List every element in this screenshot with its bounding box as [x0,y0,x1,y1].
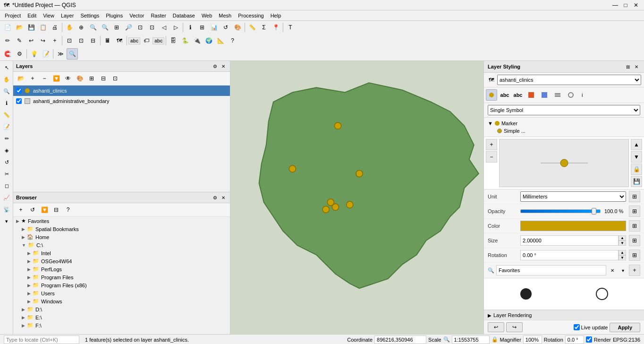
layer-rendering-header[interactable]: ▶ Layer Rendering [484,310,644,320]
browser-intel[interactable]: ▶ 📁 Intel [13,249,230,257]
label-btn[interactable]: T [285,22,296,33]
ls-close-btn[interactable]: ✕ [633,63,640,70]
side-identify-btn[interactable]: ℹ [1,97,12,109]
undo-btn[interactable]: ↩ [25,35,37,46]
browser-progfiles86[interactable]: ▶ 📁 Program Files (x86) [13,281,230,289]
plugin-mgr-btn[interactable]: 🔌 [191,35,203,46]
menu-raster[interactable]: Raster [148,12,169,19]
magnifier-input[interactable] [523,335,542,344]
symbol-tree-marker[interactable]: ▼ Marker [488,120,640,127]
browser-favorites[interactable]: ▶ ★ Favorites [13,217,230,225]
locator-btn[interactable]: 📍 [270,22,281,33]
adv-dig-btn[interactable]: ⚙ [14,48,25,60]
symbol-type-select[interactable]: Single Symbol [488,105,640,115]
open-btn[interactable]: 📂 [14,22,25,33]
side-node-btn[interactable]: ◈ [1,145,12,156]
attr-table-btn[interactable]: ⊞ [196,22,208,33]
side-rotate-btn[interactable]: ↺ [1,156,12,168]
symbol-filled-circle[interactable] [519,287,533,301]
live-update-input[interactable] [574,324,580,330]
clinic-point-5[interactable] [322,206,329,213]
clinic-point-6[interactable] [332,204,339,210]
browser-help-btn[interactable]: ? [62,204,74,215]
help-btn[interactable]: ? [227,35,238,46]
rotation-input[interactable] [520,250,619,260]
render-checkbox[interactable] [586,336,592,343]
live-update-checkbox[interactable]: Live update [574,324,608,330]
size-data-btn[interactable]: ⊞ [629,235,640,246]
coordinate-input[interactable] [374,335,426,344]
zoom-in-btn[interactable]: 🔍 [87,22,99,33]
select-rect-btn[interactable]: ⊡ [76,35,87,46]
browser-refresh-btn[interactable]: ↺ [27,204,38,215]
maximize-button[interactable]: □ [621,1,630,9]
map-tips-btn[interactable]: 💡 [28,48,40,60]
browser-collapse-btn[interactable]: ⊟ [51,204,62,215]
opacity-slider-handle[interactable] [592,208,596,215]
browser-spatial-bk[interactable]: ▶ 📁 Spatial Bookmarks [13,225,230,233]
fav-search-clear-btn[interactable]: ✕ [608,266,617,275]
georef-btn[interactable]: 📐 [215,35,226,46]
identify-btn[interactable]: ℹ [185,22,196,33]
collapse-all-btn[interactable]: ⊟ [98,73,109,84]
zoom-layer-btn[interactable]: ⊡ [135,22,146,33]
browser-e-drive[interactable]: ▶ 📁 E:\ [13,313,230,321]
menu-settings[interactable]: Settings [77,12,102,19]
rotation-status-input[interactable] [565,335,584,344]
side-more-btn[interactable]: ▾ [1,215,12,227]
side-profile-btn[interactable]: 📈 [1,192,12,203]
layer-item-clinics[interactable]: ashanti_clinics [13,86,230,96]
remove-layer-btn[interactable]: − [39,73,50,84]
select-btn[interactable]: ⊡ [64,35,75,46]
ls-tab-fields[interactable] [552,89,563,101]
size-input[interactable] [520,235,619,246]
snap-btn[interactable]: 🧲 [2,48,13,60]
canvas-color-btn[interactable]: 🎨 [232,22,243,33]
edit-btn[interactable]: ✎ [14,35,25,46]
filter-layer-btn[interactable]: 🔽 [51,73,62,84]
ls-undo-btn[interactable]: ↩ [488,322,504,332]
open-field-calc-btn[interactable]: 🖩 [102,35,113,46]
ls-redo-btn[interactable]: ↪ [506,322,523,332]
menu-web[interactable]: Web [199,12,215,19]
nav-down-btn[interactable]: ▼ [631,151,642,163]
print-layout-btn[interactable]: 🖨 [49,22,60,33]
save-btn[interactable]: 💾 [25,22,37,33]
unit-data-field-btn[interactable]: ⊞ [629,191,640,202]
browser-osgeo[interactable]: ▶ 📁 OSGeo4W64 [13,257,230,265]
clinic-point-3[interactable] [356,170,363,177]
size-up-btn[interactable]: ▲ [619,235,626,241]
ls-tab-diagram[interactable] [539,89,550,101]
deselect-btn[interactable]: ⊟ [87,35,99,46]
menu-processing[interactable]: Processing [235,12,266,19]
browser-f-drive[interactable]: ▶ 📁 F:\ [13,321,230,329]
opacity-data-btn[interactable]: ⊞ [629,206,640,217]
menu-vector[interactable]: Vector [127,12,147,19]
browser-c-drive[interactable]: ▼ 📁 C:\ [13,241,230,249]
python-btn[interactable]: 🐍 [179,35,191,46]
zoom-rubber-btn[interactable]: ⊞ [111,22,122,33]
refresh-btn[interactable]: ↺ [220,22,231,33]
scale-input[interactable] [452,335,490,344]
save-as-btn[interactable]: 📋 [37,22,49,33]
zoom-full-btn[interactable]: 🔎 [123,22,134,33]
browser-progfiles[interactable]: ▶ 📁 Program Files [13,273,230,281]
layer-checkbox-clinics[interactable] [16,88,22,94]
browser-panel-close[interactable]: ✕ [220,194,227,201]
ls-float-btn[interactable]: ⊞ [624,63,632,70]
open-layer-btn[interactable]: 📂 [15,73,26,84]
browser-d-drive[interactable]: ▶ 📁 D:\ [13,305,230,313]
ls-tab-label[interactable]: abc [499,89,510,101]
add-feature-btn[interactable]: + [49,35,60,46]
opacity-slider-track[interactable] [520,209,601,213]
osm-btn[interactable]: 🌍 [203,35,214,46]
locate-input[interactable] [4,335,79,344]
zoom-sel-btn[interactable]: ⊡ [146,22,158,33]
db-manager-btn[interactable]: 🗄 [168,35,179,46]
annot-btn[interactable]: 📝 [40,48,51,60]
symbol-open-circle[interactable] [595,287,609,301]
symbol-tree-simple[interactable]: Simple ... [488,127,640,135]
map-area[interactable] [230,61,483,334]
browser-panel-settings[interactable]: ⚙ [211,194,219,201]
clinic-point-1[interactable] [334,122,341,129]
